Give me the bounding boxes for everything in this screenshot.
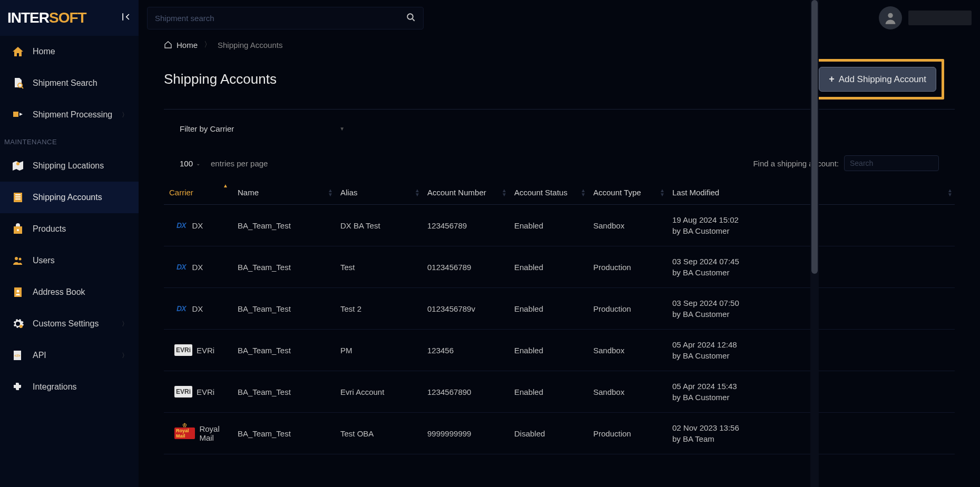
sort-icon: ▲▼ <box>660 188 665 197</box>
cell-name: BA_Team_Test <box>232 205 335 246</box>
nav-label: Customs Settings <box>33 319 99 329</box>
breadcrumb-current: Shipping Accounts <box>218 41 282 49</box>
cell-name: BA_Team_Test <box>232 246 335 288</box>
nav-label: Shipment Processing <box>33 110 112 120</box>
api-icon: </> <box>11 349 25 362</box>
cell-account-type: Production <box>588 413 667 454</box>
find-group: Find a shipping account: <box>753 155 939 171</box>
cell-account-type: Sandbox <box>588 205 667 246</box>
nav-label: Shipping Accounts <box>33 193 102 202</box>
processing-icon <box>11 108 25 121</box>
nav-customs-settings[interactable]: Customs Settings 〉 <box>0 308 139 340</box>
add-button-label: Add Shipping Account <box>839 74 926 85</box>
chevron-right-icon: 〉 <box>204 40 211 49</box>
caret-down-icon: ⌄ <box>196 161 200 166</box>
nav-label: Integrations <box>33 382 77 392</box>
column-alias[interactable]: Alias ▲▼ <box>335 181 422 205</box>
cell-account-status: Disabled <box>509 413 588 454</box>
cell-account-status: Enabled <box>509 330 588 371</box>
topbar-right <box>879 6 972 29</box>
users-icon <box>11 254 25 267</box>
nav-address-book[interactable]: Address Book <box>0 276 139 308</box>
nav-shipping-locations[interactable]: Shipping Locations <box>0 150 139 182</box>
topbar <box>139 0 980 36</box>
sort-icon: ▲▼ <box>415 188 420 197</box>
nav-shipping-accounts[interactable]: Shipping Accounts <box>0 182 139 213</box>
sidebar: INTERSOFT Home Shipment Search Shipment … <box>0 0 139 487</box>
cell-account-type: Production <box>588 288 667 330</box>
column-account-number[interactable]: Account Number ▲▼ <box>422 181 509 205</box>
nav-label: Users <box>33 256 55 265</box>
divider <box>164 109 955 110</box>
nav-integrations[interactable]: Integrations <box>0 371 139 403</box>
cell-account-type: Sandbox <box>588 330 667 371</box>
table-row[interactable]: Royal Mail Royal MailBA_Team_TestTest OB… <box>164 413 955 454</box>
cell-account-number: 1234567890 <box>422 371 509 413</box>
accounts-icon <box>11 191 25 204</box>
chevron-right-icon: 〉 <box>122 111 128 120</box>
svg-point-16 <box>888 13 893 18</box>
user-name-redacted <box>908 11 972 25</box>
cell-alias: Evri Account <box>335 371 422 413</box>
table-toolbar: 100 ⌄ entries per page Find a shipping a… <box>164 155 955 171</box>
nav-shipment-search[interactable]: Shipment Search <box>0 67 139 99</box>
breadcrumb-home[interactable]: Home <box>164 41 198 49</box>
table-row[interactable]: EVRi EVRiBA_Team_TestPM123456EnabledSand… <box>164 330 955 371</box>
carrier-name: EVRi <box>197 387 214 396</box>
nav-label: Shipment Search <box>33 78 97 88</box>
scrollbar-thumb[interactable] <box>811 0 818 274</box>
cell-alias: Test 2 <box>335 288 422 330</box>
global-search[interactable] <box>147 7 424 29</box>
search-input[interactable] <box>155 14 406 23</box>
entries-value: 100 <box>180 159 193 168</box>
chevron-right-icon: 〉 <box>122 351 128 360</box>
nav-products[interactable]: Products <box>0 213 139 245</box>
carrier-name: DX <box>192 221 203 230</box>
logo-text-2: SOFT <box>49 9 86 26</box>
sort-icon: ▲▼ <box>581 188 586 197</box>
cell-account-number: 9999999999 <box>422 413 509 454</box>
column-carrier[interactable]: Carrier ▲ <box>164 181 232 205</box>
shipping-accounts-table: Carrier ▲ Name ▲▼ Alias ▲▼ Account Num <box>164 181 955 454</box>
nav-label: Address Book <box>33 287 85 297</box>
cell-alias: DX BA Test <box>335 205 422 246</box>
nav-users[interactable]: Users <box>0 245 139 276</box>
cell-account-number: 0123456789 <box>422 246 509 288</box>
chevron-right-icon: 〉 <box>122 320 128 329</box>
filter-row: Filter by Carrier ▼ <box>164 124 955 133</box>
table-row[interactable]: DX DXBA_Team_TestDX BA Test123456789Enab… <box>164 205 955 246</box>
royal-mail-logo: Royal Mail <box>174 428 195 439</box>
cell-carrier: DX DX <box>164 205 232 246</box>
cell-carrier: DX DX <box>164 288 232 330</box>
sidebar-collapse-button[interactable] <box>121 12 131 25</box>
column-account-type[interactable]: Account Type ▲▼ <box>588 181 667 205</box>
nav-label: Products <box>33 224 66 234</box>
dx-logo: DX <box>174 220 188 231</box>
entries-label: entries per page <box>211 159 268 168</box>
user-avatar[interactable] <box>879 6 902 29</box>
nav-shipment-processing[interactable]: Shipment Processing 〉 <box>0 99 139 131</box>
find-shipping-account-input[interactable] <box>844 155 939 171</box>
address-book-icon <box>11 286 25 299</box>
svg-rect-5 <box>15 196 21 197</box>
svg-point-11 <box>17 290 19 293</box>
filter-label: Filter by Carrier <box>180 124 234 133</box>
entries-per-page-dropdown[interactable]: 100 ⌄ <box>180 159 200 168</box>
table-row[interactable]: EVRi EVRiBA_Team_TestEvri Account1234567… <box>164 371 955 413</box>
filter-carrier-dropdown[interactable]: Filter by Carrier ▼ <box>180 124 345 133</box>
nav-home[interactable]: Home <box>0 36 139 67</box>
cell-name: BA_Team_Test <box>232 330 335 371</box>
table-row[interactable]: DX DXBA_Team_TestTest 20123456789vEnable… <box>164 288 955 330</box>
carrier-name: DX <box>192 304 203 313</box>
logo-row: INTERSOFT <box>0 0 139 36</box>
add-shipping-account-button[interactable]: + Add Shipping Account <box>819 67 936 92</box>
column-account-status[interactable]: Account Status ▲▼ <box>509 181 588 205</box>
puzzle-icon <box>11 381 25 393</box>
sort-icon: ▲▼ <box>947 188 953 197</box>
table-row[interactable]: DX DXBA_Team_TestTest0123456789EnabledPr… <box>164 246 955 288</box>
column-name[interactable]: Name ▲▼ <box>232 181 335 205</box>
cell-account-status: Enabled <box>509 371 588 413</box>
nav-api[interactable]: </> API 〉 <box>0 340 139 371</box>
cell-account-number: 123456 <box>422 330 509 371</box>
scrollbar-track[interactable] <box>810 0 819 487</box>
